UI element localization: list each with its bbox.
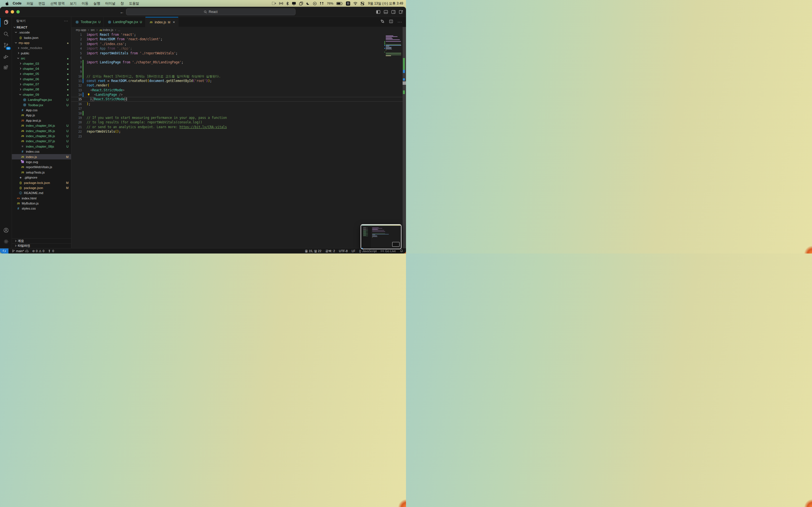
screen-mirroring-icon[interactable] — [299, 2, 303, 5]
tab-LandingPage.jsx[interactable]: LandingPage.jsxU — [104, 17, 145, 27]
notifications-bell-icon[interactable] — [400, 249, 403, 253]
indentation[interactable]: 공백: 2 — [325, 249, 335, 253]
activity-search[interactable] — [0, 28, 12, 40]
close-tab-icon[interactable]: × — [173, 20, 175, 24]
tree-item-index_chapter_05.js[interactable]: JSindex_chapter_05.jsU — [12, 128, 71, 133]
input-source-badge[interactable]: 한 — [346, 1, 350, 6]
code-line-1[interactable]: 1import React from 'react'; — [71, 33, 403, 37]
focus-moon-icon[interactable] — [306, 2, 310, 5]
tree-item-App.test.js[interactable]: JSApp.test.js — [12, 118, 71, 123]
control-center-icon[interactable] — [361, 2, 364, 5]
tree-item-node_modules[interactable]: node_modules — [12, 45, 71, 50]
activity-source-control[interactable]: 22 — [0, 40, 12, 51]
activity-extensions[interactable] — [0, 62, 12, 73]
code-line-11[interactable]: 11const root = ReactDOM.createRoot(docum… — [71, 78, 403, 83]
zoom-window-button[interactable] — [16, 10, 20, 13]
tree-item-App.css[interactable]: #App.css — [12, 108, 71, 113]
customize-layout-icon[interactable] — [399, 10, 403, 14]
go-live-button[interactable]: Go Live — [380, 249, 396, 252]
code-line-12[interactable]: 12root.render( — [71, 83, 403, 88]
battery-icon[interactable] — [336, 2, 343, 5]
wifi-icon[interactable] — [353, 2, 357, 5]
navigate-back-icon[interactable]: ← — [120, 10, 124, 14]
menu-item-이동[interactable]: 이동 — [82, 1, 89, 6]
tree-item-public[interactable]: public — [12, 51, 71, 56]
airpods-icon[interactable] — [320, 2, 324, 5]
tree-item-index_chapter_04.js[interactable]: JSindex_chapter_04.jsU — [12, 123, 71, 128]
encoding[interactable]: UTF-8 — [339, 249, 348, 252]
tree-item-.vscode[interactable]: .vscode — [12, 30, 71, 35]
tree-item-tasks.json[interactable]: {}tasks.json — [12, 35, 71, 40]
tree-item-index_chapter_08js[interactable]: ≡index_chapter_08jsU — [12, 144, 71, 149]
tree-item-chapter_09[interactable]: chapter_09 — [12, 92, 71, 97]
menu-item-창[interactable]: 창 — [121, 1, 124, 6]
tree-item-chapter_04[interactable]: chapter_04 — [12, 66, 71, 71]
ports-item[interactable]: 0 — [48, 249, 54, 252]
tab-Toolbar.jsx[interactable]: Toolbar.jsxU — [71, 17, 104, 27]
menu-item-터미널[interactable]: 터미널 — [105, 1, 116, 6]
title-bar[interactable]: ← → React — [0, 7, 406, 17]
tree-item-chapter_05[interactable]: chapter_05 — [12, 71, 71, 76]
tree-item-chapter_03[interactable]: chapter_03 — [12, 61, 71, 66]
timeline-section[interactable]: 타임라인 — [12, 243, 71, 248]
tree-item-src[interactable]: src — [12, 56, 71, 61]
git-branch-item[interactable]: main* — [12, 249, 29, 252]
explorer-section-react[interactable]: REACT — [12, 25, 71, 30]
tree-item-package-lock.json[interactable]: {}package-lock.jsonM — [12, 180, 71, 185]
tab-index.js[interactable]: JSindex.jsM× — [146, 17, 179, 27]
code-line-8[interactable]: 8 — [71, 65, 403, 69]
code-line-20[interactable]: 20// to log results (for example: report… — [71, 120, 403, 124]
tree-item-LandingPage.jsx[interactable]: LandingPage.jsxU — [12, 97, 71, 102]
menu-bar-clock[interactable]: 9월 13일 (수) 오후 3:49 — [368, 1, 403, 6]
editor-more-actions-icon[interactable]: ··· — [398, 20, 402, 24]
menu-item-파일[interactable]: 파일 — [27, 1, 33, 6]
tree-item-index.html[interactable]: <>index.html — [12, 196, 71, 201]
tree-item-setupTests.js[interactable]: JSsetupTests.js — [12, 170, 71, 175]
code-editor[interactable]: 1import React from 'react';2import React… — [71, 33, 406, 248]
now-playing-icon[interactable] — [313, 2, 317, 5]
minimize-window-button[interactable] — [11, 10, 14, 13]
app-menu-code[interactable]: Code — [13, 1, 21, 5]
code-line-7[interactable]: 7import LandingPage from './chapter_09/L… — [71, 60, 403, 64]
display-icon[interactable] — [292, 2, 296, 5]
command-center-search[interactable]: React — [126, 8, 296, 15]
breadcrumb-src[interactable]: src — [91, 28, 95, 32]
tree-item-styles.css[interactable]: #styles.css — [12, 206, 71, 211]
code-line-14[interactable]: 14 <LandingPage /> — [71, 93, 403, 97]
code-line-5[interactable]: 5import reportWebVitals from './reportWe… — [71, 51, 403, 55]
apple-menu-icon[interactable] — [5, 1, 9, 6]
tree-item-reportWebVitals.js[interactable]: JSreportWebVitals.js — [12, 165, 71, 170]
code-line-21[interactable]: 21// or send to an analytics endpoint. L… — [71, 125, 403, 129]
menu-item-선택 영역[interactable]: 선택 영역 — [50, 1, 64, 6]
code-line-17[interactable]: 17 — [71, 106, 403, 111]
language-mode[interactable]: {} JavaScript — [359, 249, 377, 252]
tree-item-chapter_07[interactable]: chapter_07 — [12, 82, 71, 87]
code-line-10[interactable]: 10// 강의는 React 17버전이고, 현재는 18버전으로 코드를 밑어… — [71, 74, 403, 78]
tree-item-Toolbar.jsx[interactable]: Toolbar.jsxU — [12, 102, 71, 107]
code-line-13[interactable]: 13 <React.StrictMode> — [71, 88, 403, 93]
eol-selector[interactable]: LF — [352, 249, 355, 252]
activity-explorer[interactable] — [0, 17, 12, 28]
tree-item-README.md[interactable]: iREADME.md — [12, 190, 71, 195]
tree-item-chapter_06[interactable]: chapter_06 — [12, 76, 71, 82]
toggle-panel-icon[interactable] — [384, 10, 388, 14]
code-line-18[interactable]: 18 — [71, 111, 403, 115]
menu-item-보기[interactable]: 보기 — [70, 1, 77, 6]
cursor-position[interactable]: 줄 15, 열 22 — [305, 249, 321, 253]
tree-item-index.js[interactable]: JSindex.jsM — [12, 154, 71, 159]
bluetooth-icon[interactable] — [286, 2, 289, 5]
toggle-secondary-sidebar-icon[interactable] — [391, 10, 396, 14]
menu-item-편집[interactable]: 편집 — [38, 1, 45, 6]
remote-indicator[interactable] — [0, 248, 8, 254]
code-line-22[interactable]: 22reportWebVitals(); — [71, 129, 403, 134]
code-line-4[interactable]: 4import App from './App'; — [71, 46, 403, 51]
problems-item[interactable]: ⊘ 0 ⚠ 0 — [32, 249, 44, 253]
tree-item-index_chapter_07.js[interactable]: JSindex_chapter_07.jsU — [12, 138, 71, 144]
tree-item-chapter_08[interactable]: chapter_08 — [12, 87, 71, 92]
breadcrumb-...[interactable]: ... — [118, 28, 120, 32]
breadcrumb-my-app[interactable]: my-app — [76, 28, 86, 32]
code-line-23[interactable]: 23 — [71, 134, 403, 138]
airdrop-icon[interactable] — [279, 2, 283, 5]
code-line-2[interactable]: 2import ReactDOM from 'react-dom/client'… — [71, 37, 403, 41]
minimap[interactable] — [386, 36, 402, 57]
